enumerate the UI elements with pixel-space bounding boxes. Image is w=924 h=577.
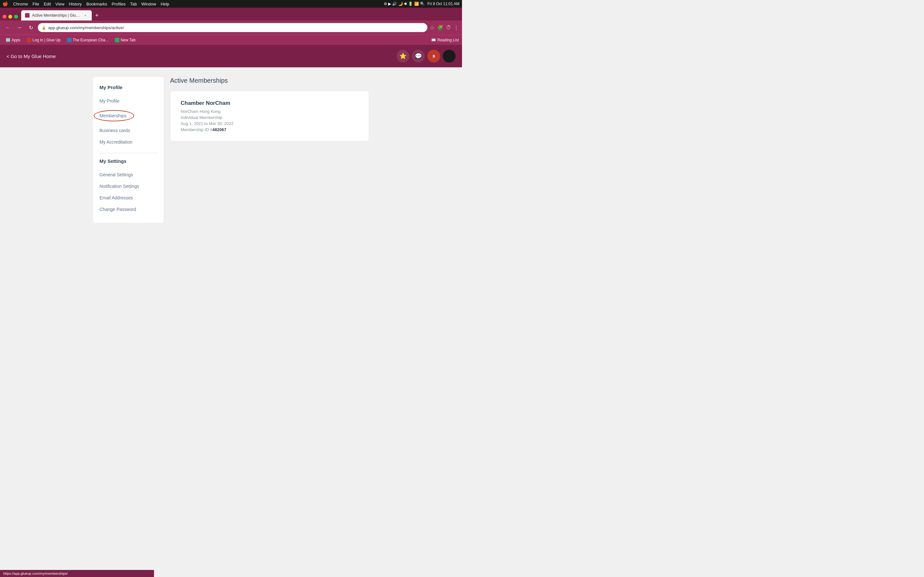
url-text[interactable]: app.glueup.com/my/memberships/active/ xyxy=(48,25,423,30)
maximize-window-button[interactable] xyxy=(14,15,18,19)
page-title: Active Memberships xyxy=(170,77,369,84)
messages-button[interactable]: 💬 xyxy=(412,50,425,63)
membership-card: Chamber NorCham NorCham Hong Kong Indivi… xyxy=(170,91,369,141)
star-icon: ⭐ xyxy=(399,53,407,60)
sidebar-item-my-accreditation[interactable]: My Accreditation xyxy=(99,136,157,148)
menubar-window[interactable]: Window xyxy=(141,2,156,6)
menubar-history[interactable]: History xyxy=(69,2,82,6)
page-content: My Profile My Profile Memberships Busine… xyxy=(87,67,375,232)
tab-close-button[interactable]: × xyxy=(83,13,88,18)
sidebar-item-business-cards[interactable]: Business cards xyxy=(99,125,157,136)
menubar-view[interactable]: View xyxy=(55,2,65,6)
sidebar-item-general-settings[interactable]: General Settings xyxy=(99,169,157,181)
minimize-window-button[interactable] xyxy=(8,15,12,19)
active-tab[interactable]: Active Memberships | Glue Up × xyxy=(21,10,92,21)
bookmark-european-chamber[interactable]: The European Cha... xyxy=(65,37,111,43)
sidebar-item-my-profile[interactable]: My Profile xyxy=(99,95,157,107)
membership-type: Individual Membership xyxy=(181,115,359,120)
new-tab-button[interactable]: + xyxy=(92,11,102,20)
menubar-profiles[interactable]: Profiles xyxy=(111,2,126,6)
menubar-tab[interactable]: Tab xyxy=(130,2,137,6)
my-profile-section-title: My Profile xyxy=(99,85,157,90)
close-window-button[interactable] xyxy=(3,15,6,19)
apps-favicon xyxy=(6,38,10,42)
browser-chrome: Active Memberships | Glue Up × + ← → ↻ 🔒… xyxy=(0,8,462,45)
chat-icon: 💬 xyxy=(415,53,422,60)
menubar-items: Chrome File Edit View History Bookmarks … xyxy=(13,2,169,6)
menubar-icons: ⚙ ▶ 🔊 🌙 ✱ 🔋 📶 🔍 xyxy=(384,2,425,6)
reading-list-label[interactable]: Reading List xyxy=(437,38,459,42)
main-content: Active Memberships Chamber NorCham NorCh… xyxy=(170,77,369,223)
bookmarks-right[interactable]: 📖 Reading List xyxy=(431,38,459,42)
bookmark-star-icon[interactable]: ☆ xyxy=(430,25,435,31)
menubar-datetime: Fri 8 Oct 11:01 AM xyxy=(427,2,459,6)
newtab-label: New Tab xyxy=(121,38,136,42)
bookmark-apps[interactable]: Apps xyxy=(3,37,23,43)
memberships-circled-label: Memberships xyxy=(99,110,126,121)
membership-id-value: 482067 xyxy=(212,127,226,132)
my-settings-section-title: My Settings xyxy=(99,158,157,164)
extensions-icon[interactable]: 🧩 xyxy=(437,25,443,31)
forward-button[interactable]: → xyxy=(15,23,24,32)
achievements-button[interactable]: ⭐ xyxy=(397,50,409,63)
sidebar: My Profile My Profile Memberships Busine… xyxy=(93,77,164,223)
reload-button[interactable]: ↻ xyxy=(26,23,35,32)
security-lock-icon: 🔒 xyxy=(42,26,46,30)
user-avatar[interactable] xyxy=(443,50,456,63)
menubar: 🍎 Chrome File Edit View History Bookmark… xyxy=(0,0,462,8)
app-wrapper: < Go to My Glue Home ⭐ 💬 9 My Profile My… xyxy=(0,45,462,288)
login-favicon xyxy=(27,38,31,42)
bookmark-new-tab[interactable]: New Tab xyxy=(112,37,138,43)
bookmarks-bar: Apps Log In | Glue Up The European Cha..… xyxy=(0,35,462,45)
tab-bar: Active Memberships | Glue Up × + xyxy=(0,8,462,21)
sidebar-item-change-password[interactable]: Change Password xyxy=(99,203,157,215)
notifications-button[interactable]: 9 xyxy=(427,50,440,63)
sidebar-item-email-addresses[interactable]: Email Addresses xyxy=(99,192,157,203)
menubar-edit[interactable]: Edit xyxy=(44,2,51,6)
newtab-favicon xyxy=(115,38,120,42)
membership-id: Membership ID #482067 xyxy=(181,127,359,132)
chamber-favicon xyxy=(67,38,71,42)
membership-org: NorCham Hong Kong xyxy=(181,109,359,114)
header-actions: ⭐ 💬 9 xyxy=(397,50,456,63)
sidebar-item-notification-settings[interactable]: Notification Settings xyxy=(99,181,157,192)
apps-label: Apps xyxy=(11,38,20,42)
traffic-lights[interactable] xyxy=(3,15,18,19)
menubar-bookmarks[interactable]: Bookmarks xyxy=(86,2,107,6)
chamber-label: The European Cha... xyxy=(73,38,108,42)
tab-favicon xyxy=(25,13,29,18)
membership-id-label: Membership ID # xyxy=(181,127,212,132)
url-bar[interactable]: 🔒 app.glueup.com/my/memberships/active/ xyxy=(38,23,427,32)
menubar-right: ⚙ ▶ 🔊 🌙 ✱ 🔋 📶 🔍 Fri 8 Oct 11:01 AM xyxy=(384,2,459,6)
membership-dates: Aug 1, 2021 to Mar 30, 2022 xyxy=(181,121,359,126)
back-button[interactable]: ← xyxy=(3,23,12,32)
more-menu-icon[interactable]: ⋮ xyxy=(454,25,459,31)
apple-menu[interactable]: 🍎 xyxy=(3,1,8,6)
sidebar-item-memberships[interactable]: Memberships xyxy=(99,107,157,125)
back-to-home-link[interactable]: < Go to My Glue Home xyxy=(6,53,397,59)
address-right-buttons: ☆ 🧩 ⏱ ⋮ xyxy=(430,25,459,31)
address-bar: ← → ↻ 🔒 app.glueup.com/my/memberships/ac… xyxy=(0,21,462,35)
login-label: Log In | Glue Up xyxy=(32,38,60,42)
bookmark-login-glueup[interactable]: Log In | Glue Up xyxy=(24,37,63,43)
reading-list-icon: 📖 xyxy=(431,38,436,42)
profile-icon[interactable]: ⏱ xyxy=(446,25,451,31)
app-header: < Go to My Glue Home ⭐ 💬 9 xyxy=(0,45,462,67)
menubar-file[interactable]: File xyxy=(32,2,39,6)
sidebar-divider xyxy=(99,153,157,153)
menubar-help[interactable]: Help xyxy=(161,2,170,6)
notification-count: 9 xyxy=(433,54,435,59)
membership-name: Chamber NorCham xyxy=(181,100,359,106)
tab-title: Active Memberships | Glue Up xyxy=(32,13,80,18)
menubar-chrome[interactable]: Chrome xyxy=(13,2,28,6)
